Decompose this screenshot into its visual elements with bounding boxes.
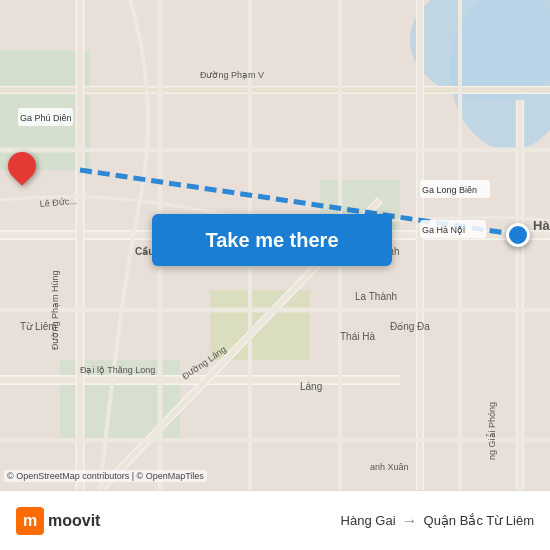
origin-pin — [506, 223, 530, 247]
svg-text:Ga Hà Nội: Ga Hà Nội — [422, 225, 465, 235]
svg-text:Thái Hà: Thái Hà — [340, 331, 375, 342]
svg-text:anh Xuân: anh Xuân — [370, 462, 409, 472]
origin-label: Hàng Gai — [341, 513, 396, 528]
moovit-logo-area: m moovit — [16, 507, 100, 535]
moovit-logo-icon: m — [16, 507, 44, 535]
svg-text:Đường Phạm Hùng: Đường Phạm Hùng — [50, 270, 60, 350]
destination-pin — [8, 152, 36, 180]
take-me-there-button[interactable]: Take me there — [152, 214, 392, 266]
route-info: Hàng Gai → Quận Bắc Từ Liêm — [341, 512, 534, 530]
footer-bar: m moovit Hàng Gai → Quận Bắc Từ Liêm — [0, 490, 550, 550]
map-container: Ga Phú Diên Ga Long Biên Ga Hà Nội Cầu G… — [0, 0, 550, 490]
svg-text:Hà: Hà — [533, 218, 550, 233]
svg-text:Láng: Láng — [300, 381, 322, 392]
route-arrow-icon: → — [402, 512, 418, 530]
destination-label: Quận Bắc Từ Liêm — [424, 513, 534, 528]
svg-text:Đường Phạm V: Đường Phạm V — [200, 70, 264, 80]
svg-text:Ga Long Biên: Ga Long Biên — [422, 185, 477, 195]
svg-text:ng Giải Phóng: ng Giải Phóng — [486, 402, 497, 460]
moovit-brand-text: moovit — [48, 512, 100, 530]
svg-text:Đại lộ Thăng Long: Đại lộ Thăng Long — [80, 365, 155, 375]
svg-text:La Thành: La Thành — [355, 291, 397, 302]
svg-text:Đống Đa: Đống Đa — [390, 321, 430, 332]
svg-text:Ga Phú Diên: Ga Phú Diên — [20, 113, 72, 123]
map-copyright: © OpenStreetMap contributors | © OpenMap… — [4, 470, 207, 482]
